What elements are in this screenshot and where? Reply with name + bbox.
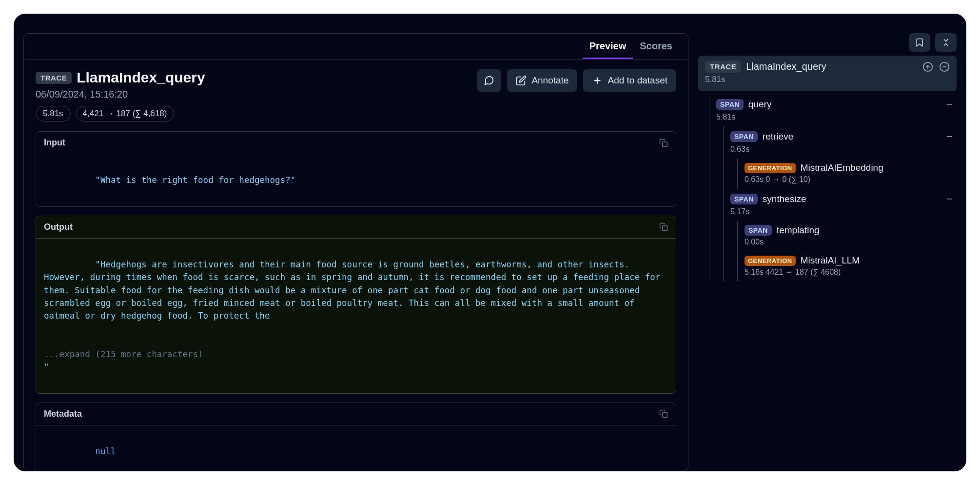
tree-synthesize-name: synthesize bbox=[763, 194, 806, 204]
annotate-button[interactable]: Annotate bbox=[507, 69, 577, 92]
input-card: Input "What is the right food for hedgeh… bbox=[36, 131, 676, 207]
generation-badge: GENERATION bbox=[745, 256, 796, 266]
tree-llm-name: MistralAI_LLM bbox=[801, 255, 860, 266]
minus-circle-icon[interactable] bbox=[939, 61, 950, 72]
tree-item-query[interactable]: SPAN query − 5.81s bbox=[712, 94, 957, 126]
tree-root-meta: 5.81s bbox=[705, 75, 950, 84]
tree-item-templating[interactable]: SPAN templating 0.00s bbox=[741, 221, 957, 251]
plus-icon bbox=[592, 75, 603, 86]
edit-icon bbox=[516, 75, 527, 86]
expand-link[interactable]: ...expand (215 more characters) bbox=[44, 349, 203, 359]
add-to-dataset-label: Add to dataset bbox=[608, 75, 667, 86]
tree-templating-meta: 0.00s bbox=[745, 238, 953, 246]
tree-item-embedding[interactable]: GENERATION MistralAIEmbedding 0.63s 0 → … bbox=[741, 159, 957, 189]
content: Input "What is the right food for hedgeh… bbox=[24, 121, 688, 471]
svg-rect-3 bbox=[663, 226, 667, 231]
svg-rect-2 bbox=[663, 141, 667, 146]
tree-query-name: query bbox=[748, 99, 772, 110]
tree-embedding-meta: 0.63s 0 → 0 (∑ 10) bbox=[745, 175, 953, 184]
tabs: Preview Scores bbox=[24, 34, 688, 60]
tree-templating-name: templating bbox=[777, 225, 820, 236]
tree-root[interactable]: TRACE LlamaIndex_query 5.81s bbox=[698, 56, 957, 91]
app-container: Preview Scores TRACE LlamaIndex_query 06… bbox=[14, 14, 966, 471]
trace-badge: TRACE bbox=[36, 72, 72, 84]
collapse-toggle[interactable]: − bbox=[946, 130, 953, 143]
bookmark-button[interactable] bbox=[909, 33, 930, 52]
span-badge: SPAN bbox=[745, 225, 772, 236]
metadata-card: Metadata null bbox=[36, 403, 676, 471]
generation-badge: GENERATION bbox=[745, 163, 796, 173]
tree-embedding-name: MistralAIEmbedding bbox=[801, 162, 883, 173]
tree-item-llm[interactable]: GENERATION MistralAI_LLM 5.16s 4421 → 18… bbox=[741, 251, 957, 282]
actions: Annotate Add to dataset bbox=[477, 69, 676, 92]
collapse-icon bbox=[941, 38, 951, 47]
collapse-all-button[interactable] bbox=[935, 33, 957, 52]
page-title: LlamaIndex_query bbox=[77, 69, 205, 86]
tree-root-name: LlamaIndex_query bbox=[746, 61, 826, 72]
comment-icon bbox=[484, 75, 494, 86]
tree-item-retrieve[interactable]: SPAN retrieve − 0.63s bbox=[726, 126, 957, 159]
svg-rect-4 bbox=[663, 413, 667, 418]
trace-badge: TRACE bbox=[705, 61, 741, 73]
trace-tree: TRACE LlamaIndex_query 5.81s SPAN qu bbox=[698, 56, 957, 282]
copy-icon[interactable] bbox=[659, 139, 668, 147]
metadata-label: Metadata bbox=[44, 409, 82, 419]
tree-retrieve-meta: 0.63s bbox=[730, 145, 953, 154]
collapse-toggle[interactable]: − bbox=[946, 193, 953, 205]
output-value: "Hedgehogs are insectivores and their ma… bbox=[44, 260, 666, 321]
tab-preview[interactable]: Preview bbox=[583, 34, 633, 59]
bookmark-icon bbox=[915, 38, 924, 47]
main-panel: Preview Scores TRACE LlamaIndex_query 06… bbox=[23, 33, 688, 471]
span-badge: SPAN bbox=[716, 99, 744, 110]
output-label: Output bbox=[44, 222, 73, 232]
tree-query-meta: 5.81s bbox=[716, 113, 953, 121]
tab-scores[interactable]: Scores bbox=[633, 34, 679, 59]
input-value: "What is the right food for hedgehogs?" bbox=[95, 175, 295, 185]
tree-llm-meta: 5.16s 4421 → 187 (∑ 4608) bbox=[745, 268, 953, 277]
sidebar: TRACE LlamaIndex_query 5.81s SPAN qu bbox=[698, 33, 957, 471]
span-badge: SPAN bbox=[730, 131, 758, 142]
comment-button[interactable] bbox=[477, 69, 501, 92]
metadata-value: null bbox=[95, 446, 116, 456]
collapse-toggle[interactable]: − bbox=[946, 98, 953, 111]
input-label: Input bbox=[44, 138, 65, 148]
span-badge: SPAN bbox=[730, 194, 758, 204]
copy-icon[interactable] bbox=[659, 409, 668, 418]
output-card: Output "Hedgehogs are insectivores and t… bbox=[36, 216, 676, 394]
copy-icon[interactable] bbox=[659, 222, 668, 231]
tree-item-synthesize[interactable]: SPAN synthesize − 5.17s bbox=[726, 189, 957, 221]
stat-pills: 5.81s 4,421 → 187 (∑ 4,618) bbox=[36, 106, 205, 121]
add-to-dataset-button[interactable]: Add to dataset bbox=[583, 69, 676, 92]
annotate-label: Annotate bbox=[531, 75, 568, 86]
tree-synthesize-meta: 5.17s bbox=[730, 207, 953, 216]
header: TRACE LlamaIndex_query 06/09/2024, 15:16… bbox=[24, 60, 688, 121]
tree-retrieve-name: retrieve bbox=[763, 131, 793, 142]
tokens-pill: 4,421 → 187 (∑ 4,618) bbox=[76, 106, 175, 121]
duration-pill: 5.81s bbox=[36, 106, 71, 121]
timestamp: 06/09/2024, 15:16:20 bbox=[36, 89, 205, 100]
plus-circle-icon[interactable] bbox=[922, 61, 933, 72]
title-block: TRACE LlamaIndex_query 06/09/2024, 15:16… bbox=[36, 69, 205, 121]
output-trailing: " bbox=[44, 362, 49, 372]
